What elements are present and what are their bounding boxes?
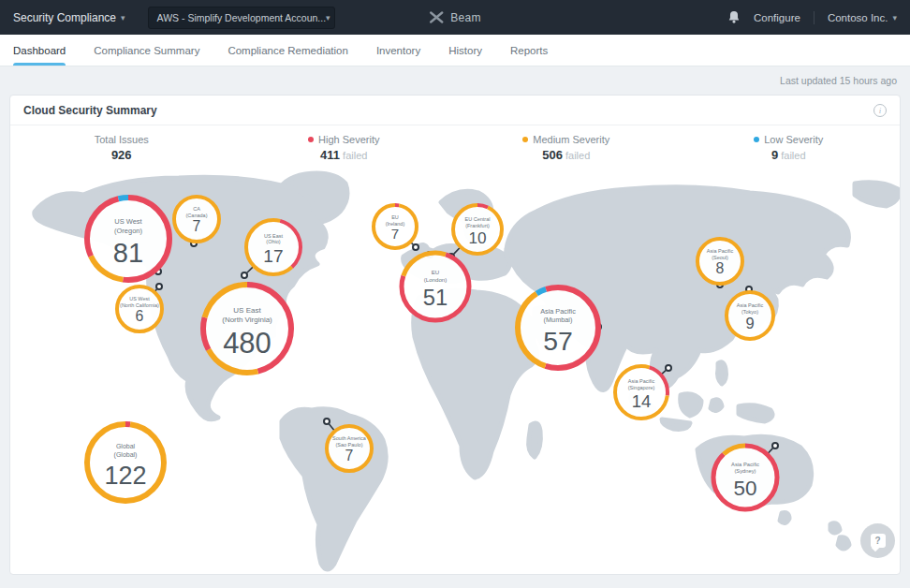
stat-suffix: failed (343, 150, 367, 161)
cloud-security-summary-card: Cloud Security Summary i Total Issues 92… (9, 95, 901, 575)
region-issue-count: 81 (113, 238, 143, 268)
stat-low-severity: Low Severity 9failed (678, 125, 901, 170)
tab-bar: DashboardCompliance SummaryCompliance Re… (0, 35, 910, 66)
region-location: (London) (424, 276, 447, 283)
product-menu[interactable]: Security Compliance ▾ (13, 11, 125, 24)
tab-inventory[interactable]: Inventory (376, 35, 420, 66)
map-pin-icon (242, 272, 247, 278)
region-issue-count: 51 (423, 285, 448, 310)
product-name: Security Compliance (13, 11, 116, 24)
stat-suffix: failed (565, 150, 590, 161)
region-bubble-global-global[interactable]: Global(Global)122 (87, 424, 164, 501)
region-location: (Sao Paulo) (335, 442, 362, 448)
stat-value: 926 (111, 148, 132, 162)
map-pin-icon (772, 443, 778, 448)
tab-compliance-remediation[interactable]: Compliance Remediation (228, 35, 347, 66)
stat-high-severity: High Severity 411failed (233, 125, 456, 170)
chevron-down-icon: ▾ (326, 13, 330, 22)
help-button[interactable]: ? (860, 523, 895, 558)
org-menu[interactable]: Contoso Inc. ▾ (828, 12, 897, 23)
region-bubble-eu-ireland[interactable]: EU(Ireland)7 (374, 205, 418, 250)
tab-compliance-summary[interactable]: Compliance Summary (94, 35, 199, 66)
region-name: EU (432, 269, 440, 275)
nutanix-x-icon (429, 11, 444, 23)
region-issue-count: 480 (223, 327, 272, 360)
region-name: Asia Pacific (737, 302, 764, 308)
region-location: (Seoul) (712, 255, 728, 260)
region-name: CA (193, 206, 200, 212)
region-location: (Oregon) (114, 227, 142, 235)
region-name: Asia Pacific (731, 462, 759, 467)
region-issue-count: 50 (734, 477, 757, 500)
stat-medium-severity: Medium Severity 506failed (455, 125, 678, 170)
tab-dashboard[interactable]: Dashboard (13, 35, 66, 66)
bell-icon[interactable] (727, 10, 741, 24)
stat-value: 506 (542, 148, 563, 162)
region-location: (Canada) (186, 213, 208, 218)
stat-value: 411 (320, 148, 340, 162)
high-severity-dot (308, 137, 314, 142)
card-title: Cloud Security Summary (23, 104, 157, 117)
region-issue-count: 7 (345, 448, 354, 463)
map-pin-icon (156, 284, 162, 289)
region-name: US West (129, 296, 150, 301)
stat-suffix: failed (781, 150, 805, 161)
region-bubble-asia-pacific-mumbai[interactable]: Asia Pacific(Mumbai)57 (518, 287, 601, 368)
region-location: (Mumbai) (544, 316, 573, 324)
tab-history[interactable]: History (448, 35, 482, 66)
world-map-panel: US West(Oregon)81CA(Canada)7US East(Ohio… (10, 170, 900, 575)
region-issue-count: 8 (716, 260, 725, 276)
region-issue-count: 122 (104, 462, 146, 490)
region-bubble-us-west-north-california[interactable]: US West(North California)6 (117, 284, 162, 331)
region-issue-count: 10 (468, 228, 486, 247)
region-name: Asia Pacific (540, 307, 576, 316)
region-name: EU (391, 214, 399, 220)
region-name: EU Central (465, 216, 491, 222)
region-issue-count: 6 (136, 308, 144, 324)
map-pin-icon (666, 365, 671, 371)
map-pin-icon (413, 244, 418, 250)
region-issue-count: 7 (391, 226, 399, 242)
top-navbar: Security Compliance ▾ AWS - Simplify Dev… (0, 0, 910, 35)
stat-label: Total Issues (95, 134, 149, 145)
last-updated-text: Last updated 15 hours ago (780, 75, 897, 86)
divider (814, 11, 815, 24)
region-name: Global (116, 443, 136, 449)
region-name: South America (332, 435, 367, 441)
org-name: Contoso Inc. (828, 12, 888, 23)
region-name: US East (264, 233, 284, 239)
stat-value: 9 (771, 148, 778, 162)
low-severity-dot (754, 137, 759, 142)
region-bubble-eu-london[interactable]: EU(London)51 (402, 252, 469, 320)
region-bubble-us-west-oregon[interactable]: US West(Oregon)81 (87, 198, 169, 280)
region-issue-count: 9 (745, 315, 754, 331)
region-name: US East (233, 306, 261, 315)
stat-label: Low Severity (764, 134, 823, 145)
brand-logo: Beam (429, 11, 481, 24)
region-issue-count: 7 (193, 218, 201, 234)
tab-reports[interactable]: Reports (510, 35, 548, 66)
stat-label: Medium Severity (533, 134, 609, 145)
region-name: Asia Pacific (707, 248, 734, 254)
region-name: Asia Pacific (628, 378, 655, 384)
region-issue-count: 17 (263, 246, 283, 266)
account-selector[interactable]: AWS - Simplify Development Accoun... ▾ (148, 7, 335, 29)
region-location: (North California) (120, 302, 159, 308)
summary-stats: Total Issues 926 High Severity 411failed… (10, 125, 900, 170)
region-issue-count: 57 (543, 326, 573, 356)
region-location: (Ohio) (266, 239, 280, 244)
brand-name: Beam (450, 11, 481, 24)
account-selector-value: AWS - Simplify Development Accoun... (157, 12, 327, 23)
chevron-down-icon: ▾ (892, 13, 897, 22)
info-icon[interactable]: i (873, 104, 887, 117)
region-bubble-asia-pacific-singapore[interactable]: Asia Pacific(Singapore)14 (615, 365, 671, 419)
region-location: (North Virginia) (222, 316, 272, 324)
region-name: US West (114, 217, 142, 226)
region-location: (Singapore) (628, 385, 655, 390)
region-location: (Tokyo) (741, 309, 758, 315)
stat-total-issues: Total Issues 926 (10, 125, 233, 170)
region-bubble-asia-pacific-sydney[interactable]: Asia Pacific(Sydney)50 (713, 443, 778, 509)
medium-severity-dot (522, 137, 528, 142)
region-bubble-us-east-north-virginia[interactable]: US East(North Virginia)480 (203, 283, 291, 373)
configure-link[interactable]: Configure (754, 12, 800, 23)
